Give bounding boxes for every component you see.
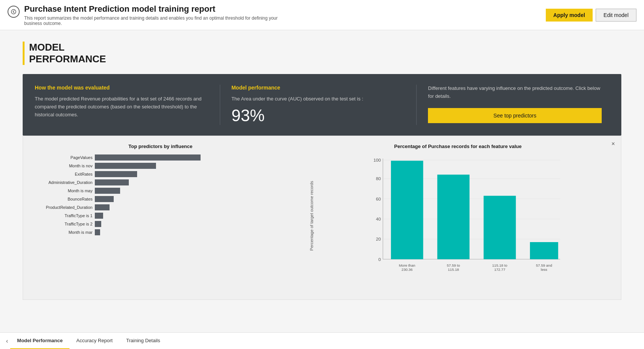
predictor-row: TrafficType is 2: [32, 221, 289, 227]
svg-text:0: 0: [378, 257, 381, 262]
predictor-row: BounceRates: [32, 196, 289, 202]
predictor-bar: [95, 213, 103, 219]
svg-rect-17: [437, 175, 469, 259]
svg-rect-23: [530, 242, 558, 259]
svg-text:More than: More than: [399, 263, 415, 267]
predictor-bar: [95, 171, 137, 177]
tab-training-details[interactable]: Training Details: [119, 333, 167, 349]
svg-text:40: 40: [376, 216, 381, 221]
predictor-label: Month is may: [32, 188, 93, 193]
predictor-bar-wrap: [95, 221, 289, 227]
predictor-bar: [95, 188, 120, 194]
predictor-row: Month is nov: [32, 163, 289, 169]
svg-text:60: 60: [376, 196, 381, 201]
svg-text:57.59 to: 57.59 to: [447, 263, 460, 267]
apply-model-button[interactable]: Apply model: [546, 9, 593, 22]
auc-value: 93%: [232, 106, 405, 125]
y-axis-label: Percentage of target outcome records: [309, 181, 314, 251]
predictor-row: ProductRelated_Duration: [32, 204, 289, 210]
bottom-tabs: ‹ Model Performance Accuracy Report Trai…: [0, 332, 644, 349]
info-col-performance: Model performance The Area under the cur…: [224, 85, 413, 125]
predictor-row: TrafficType is 1: [32, 213, 289, 219]
predictor-label: TrafficType is 1: [32, 213, 93, 218]
predictor-label: Month is mar: [32, 230, 93, 235]
divider-1: [220, 85, 220, 125]
info-card: How the model was evaluated The model pr…: [23, 74, 621, 136]
divider-2: [416, 85, 417, 125]
svg-text:115.18: 115.18: [448, 267, 459, 272]
page-subtitle: This report summarizes the model perform…: [24, 15, 289, 26]
header-actions: Apply model Edit model: [546, 9, 636, 22]
predictor-bar-wrap: [95, 171, 289, 177]
predictors-chart-title: Top predictors by influence: [32, 144, 289, 149]
performance-body: The Area under the curve (AUC) observed …: [232, 95, 405, 103]
predictor-bar: [95, 179, 129, 185]
predictor-bar-wrap: [95, 204, 289, 210]
predictor-bar: [95, 154, 201, 161]
tab-model-performance[interactable]: Model Performance: [10, 333, 69, 349]
predictor-label: BounceRates: [32, 197, 93, 201]
see-top-predictors-button[interactable]: See top predictors: [428, 108, 602, 123]
predictor-row: Month is mar: [32, 229, 289, 235]
section-title: MODEL PERFORMANCE: [29, 42, 106, 65]
page-title: Purchase Intent Prediction model trainin…: [24, 4, 289, 14]
header-left: Purchase Intent Prediction model trainin…: [8, 4, 289, 26]
predictor-label: ExitRates: [32, 172, 93, 176]
predictor-bar-wrap: [95, 213, 289, 219]
predictors-chart-section: Top predictors by influence PageValuesMo…: [32, 144, 289, 238]
section-title-bar: [23, 42, 25, 65]
predictor-bar-wrap: [95, 163, 289, 169]
svg-text:230.36: 230.36: [402, 267, 412, 272]
header-title-group: Purchase Intent Prediction model trainin…: [24, 4, 289, 26]
predictor-bar: [95, 196, 114, 202]
predictor-label: Month is nov: [32, 164, 93, 168]
svg-text:172.77: 172.77: [494, 267, 505, 272]
performance-title: Model performance: [232, 85, 405, 91]
predictor-label: Administrative_Duration: [32, 180, 93, 185]
svg-text:57.59 and: 57.59 and: [536, 263, 552, 267]
svg-rect-20: [483, 196, 516, 259]
svg-text:100: 100: [373, 158, 381, 162]
info-col-evaluation: How the model was evaluated The model pr…: [35, 85, 216, 125]
charts-row: Top predictors by influence PageValuesMo…: [32, 144, 612, 292]
svg-point-0: [11, 9, 16, 14]
info-col-predictors: Different features have varying influenc…: [420, 85, 609, 125]
evaluation-title: How the model was evaluated: [35, 85, 208, 91]
predictor-bar-wrap: [95, 196, 289, 202]
back-button[interactable]: [8, 6, 20, 18]
predictor-bar: [95, 221, 101, 227]
predictors-body: Different features have varying influenc…: [428, 85, 602, 100]
tab-nav-left[interactable]: ‹: [4, 333, 10, 349]
tab-accuracy-report[interactable]: Accuracy Report: [69, 333, 119, 349]
feature-chart-section: Percentage of Purchase records for each …: [304, 144, 612, 292]
evaluation-body: The model predicted Revenue probabilitie…: [35, 95, 208, 119]
predictor-bar-wrap: [95, 188, 289, 194]
predictor-row: PageValues: [32, 154, 289, 161]
close-button[interactable]: ×: [612, 141, 615, 147]
main-content: MODEL PERFORMANCE How the model was eval…: [0, 30, 644, 332]
svg-rect-14: [391, 161, 423, 259]
svg-text:less: less: [541, 267, 547, 272]
svg-text:80: 80: [376, 176, 381, 181]
svg-text:115.18 to: 115.18 to: [492, 263, 507, 267]
predictor-bar: [95, 163, 156, 169]
predictor-bar: [95, 204, 110, 210]
predictor-row: ExitRates: [32, 171, 289, 177]
predictor-bar: [95, 229, 100, 235]
predictor-label: TrafficType is 2: [32, 222, 93, 226]
predictors-chart: PageValuesMonth is novExitRatesAdministr…: [32, 154, 289, 235]
predictor-label: PageValues: [32, 155, 93, 160]
predictor-bar-wrap: [95, 154, 289, 161]
charts-panel: × Top predictors by influence PageValues…: [23, 136, 621, 300]
feature-chart-title: Percentage of Purchase records for each …: [304, 144, 612, 149]
predictor-row: Month is may: [32, 188, 289, 194]
feature-chart-svg: 0 20 40 60 80 100 More t: [323, 154, 612, 275]
predictor-row: Administrative_Duration: [32, 179, 289, 185]
page-header: Purchase Intent Prediction model trainin…: [0, 0, 644, 30]
section-title-wrap: MODEL PERFORMANCE: [23, 42, 621, 65]
svg-text:20: 20: [376, 236, 381, 241]
predictor-bar-wrap: [95, 229, 289, 235]
edit-model-button[interactable]: Edit model: [596, 9, 636, 22]
predictor-label: ProductRelated_Duration: [32, 205, 93, 210]
predictor-bar-wrap: [95, 179, 289, 185]
